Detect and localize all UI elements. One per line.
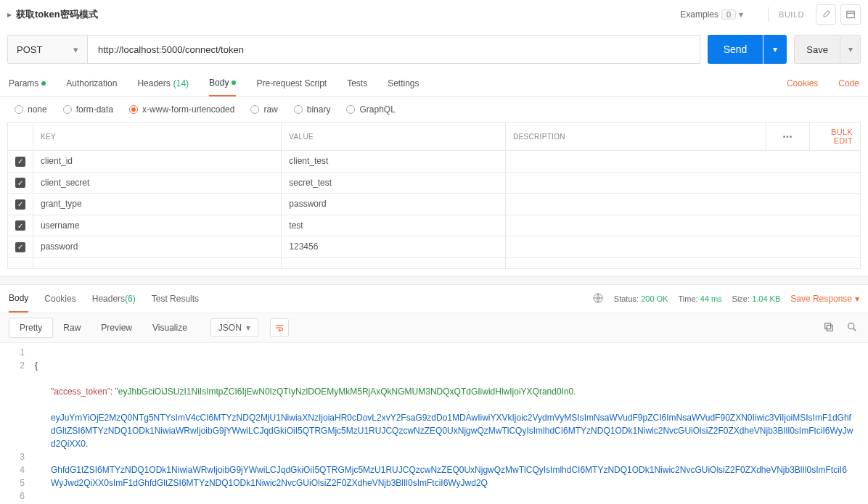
cell-description[interactable] [506,172,861,194]
request-title: 获取token密码模式 [16,8,98,21]
send-dropdown[interactable]: ▾ [763,35,787,64]
line-gutter: 12 3456 [0,346,35,505]
radio-raw[interactable]: raw [250,104,277,115]
cell-description[interactable] [506,236,861,258]
copy-icon[interactable] [823,321,836,334]
panel-icon[interactable] [840,4,861,25]
response-body: 12 3456 { "access_token": "eyJhbGciOiJSU… [0,343,868,505]
col-description: DESCRIPTION [506,123,766,151]
table-row[interactable]: ✓ client_secret secret_test [8,172,861,194]
cell-key[interactable]: grant_type [33,194,282,215]
checkbox-icon[interactable]: ✓ [15,242,25,252]
table-row[interactable]: ✓ grant_type password [8,194,861,215]
col-more[interactable]: ••• [766,123,810,151]
request-tabs: Params Authorization Headers (14) Body P… [0,70,868,97]
status-label: Status: [614,294,639,303]
build-label[interactable]: BUILD [779,10,804,19]
format-select[interactable]: JSON▾ [210,318,258,337]
bulk-edit-link[interactable]: Bulk Edit [810,123,861,151]
col-value: VALUE [282,123,506,151]
svg-rect-6 [825,323,831,329]
search-icon[interactable] [846,321,859,334]
tab-headers[interactable]: Headers (14) [137,70,189,96]
cell-key[interactable]: username [33,215,282,236]
response-code[interactable]: { "access_token": "eyJhbGciOiJSUzI1NiIsI… [35,346,868,505]
radio-urlencoded[interactable]: x-www-form-urlencoded [129,104,234,115]
table-row[interactable]: ✓ username test [8,215,861,236]
globe-icon[interactable] [592,292,604,305]
cell-value[interactable]: test [282,215,506,236]
table-row[interactable]: ✓ password 123456 [8,236,861,258]
svg-point-7 [848,323,854,329]
resp-tab-body[interactable]: Body [9,285,28,313]
cell-description[interactable] [506,215,861,236]
cell-value[interactable]: secret_test [282,172,506,194]
col-checkbox [8,123,33,151]
response-viewer-toolbar: Pretty Raw Preview Visualize JSON▾ [0,313,868,343]
cell-key[interactable]: client_secret [33,172,282,194]
cell-value[interactable]: 123456 [282,236,506,258]
tab-prerequest[interactable]: Pre-request Script [256,70,327,96]
viewer-raw[interactable]: Raw [53,318,91,337]
save-response-link[interactable]: Save Response ▾ [790,294,859,304]
send-button[interactable]: Send [708,35,763,64]
dot-icon [232,80,236,85]
url-row: POST ▾ Send ▾ Save ▾ [0,29,868,70]
response-divider[interactable] [0,276,868,285]
cell-key[interactable]: password [33,236,282,258]
cookies-link[interactable]: Cookies [787,78,818,88]
cell-description[interactable] [506,194,861,215]
title-bar: ▸ 获取token密码模式 Examples 0 ▾ BUILD [0,0,868,29]
examples-label[interactable]: Examples [680,9,718,20]
resp-tab-tests[interactable]: Test Results [152,285,199,313]
dot-icon [41,81,46,86]
svg-rect-0 [847,11,855,17]
table-row[interactable]: ✓ client_id client_test [8,151,861,173]
wrap-lines-icon[interactable] [270,318,289,337]
body-type-row: none form-data x-www-form-urlencoded raw… [0,97,868,122]
chevron-down-icon: ▾ [73,44,78,55]
radio-binary[interactable]: binary [294,104,331,115]
checkbox-icon[interactable]: ✓ [15,157,25,167]
more-icon: ••• [783,133,793,141]
method-value: POST [17,44,42,55]
chevron-down-icon: ▾ [855,294,859,304]
tab-settings[interactable]: Settings [388,70,419,96]
method-select[interactable]: POST ▾ [7,35,87,64]
cell-value[interactable]: client_test [282,151,506,173]
resp-tab-cookies[interactable]: Cookies [44,285,75,313]
response-tabs: Body Cookies Headers (6) Test Results St… [0,285,868,313]
tab-tests[interactable]: Tests [347,70,367,96]
radio-graphql[interactable]: GraphQL [346,104,395,115]
examples-count-badge: 0 [721,9,736,20]
cell-description[interactable] [506,151,861,173]
radio-formdata[interactable]: form-data [63,104,113,115]
cell-key[interactable]: client_id [33,151,282,173]
radio-none[interactable]: none [15,104,47,115]
col-key: KEY [33,123,282,151]
save-dropdown[interactable]: ▾ [840,35,861,64]
viewer-visualize[interactable]: Visualize [142,318,197,337]
comment-icon[interactable] [816,4,836,25]
cell-value[interactable]: password [282,194,506,215]
chevron-down-icon: ▾ [246,323,250,333]
tab-params[interactable]: Params [9,70,46,96]
time-label: Time: [678,294,697,303]
examples-dropdown-icon[interactable]: ▾ [739,9,743,20]
checkbox-icon[interactable]: ✓ [15,178,25,188]
status-value: 200 OK [641,294,668,303]
code-link[interactable]: Code [838,78,859,88]
checkbox-icon[interactable]: ✓ [15,220,25,231]
save-button[interactable]: Save [794,35,840,64]
checkbox-icon[interactable]: ✓ [15,199,25,210]
url-input[interactable] [87,35,700,64]
tab-body[interactable]: Body [209,70,236,96]
resp-tab-headers[interactable]: Headers (6) [92,285,136,313]
body-params-table: KEY VALUE DESCRIPTION ••• Bulk Edit ✓ cl… [7,122,861,269]
collapse-caret-icon[interactable]: ▸ [7,9,12,20]
viewer-pretty[interactable]: Pretty [9,318,53,338]
viewer-preview[interactable]: Preview [91,318,142,337]
response-meta: Status: 200 OK Time: 44 ms Size: 1.04 KB… [592,292,859,305]
tab-authorization[interactable]: Authorization [66,70,117,96]
table-row-empty[interactable] [8,257,861,268]
